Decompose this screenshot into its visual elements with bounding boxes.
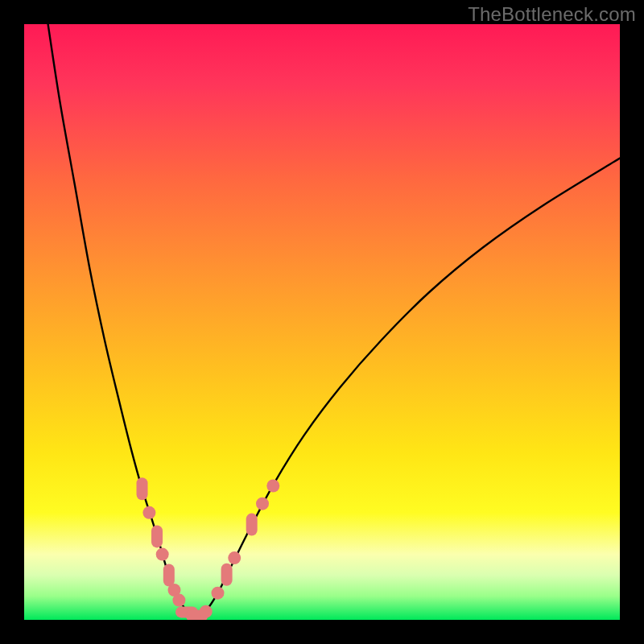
data-marker: [137, 477, 148, 500]
data-marker: [228, 551, 241, 564]
chart-frame: TheBottleneck.com: [0, 0, 644, 644]
curves-layer: [48, 24, 620, 617]
plot-area: [24, 24, 620, 620]
data-marker: [151, 525, 163, 547]
data-marker: [221, 564, 233, 586]
data-marker: [256, 497, 269, 510]
curve-left-branch: [48, 24, 197, 617]
chart-svg: [24, 24, 620, 620]
data-marker: [142, 506, 155, 519]
data-marker: [172, 594, 185, 607]
markers-layer: [137, 477, 280, 620]
data-marker: [266, 480, 279, 493]
watermark-text: TheBottleneck.com: [468, 3, 636, 26]
data-marker: [246, 514, 258, 536]
data-marker: [200, 605, 213, 618]
data-marker: [156, 548, 169, 561]
data-marker: [163, 564, 175, 587]
curve-right-branch: [197, 159, 620, 617]
data-marker: [212, 587, 225, 600]
